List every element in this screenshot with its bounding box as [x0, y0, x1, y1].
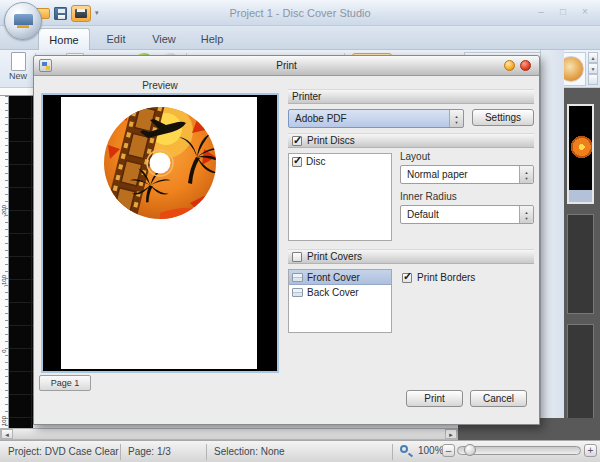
- printer-select[interactable]: Adobe PDF ▲▼: [288, 109, 464, 128]
- disc-list-item[interactable]: ✓ Disc: [289, 154, 391, 169]
- scroll-right-icon[interactable]: ►: [445, 429, 457, 439]
- tab-help[interactable]: Help: [190, 28, 234, 50]
- print-dialog-title: Print: [34, 60, 539, 71]
- ribbon-tab-row: Home Edit View Help: [0, 26, 600, 50]
- vertical-ruler: -200 -100 0 100: [0, 96, 9, 428]
- close-button[interactable]: ×: [576, 5, 594, 19]
- zoom-slider-thumb[interactable]: [464, 444, 476, 456]
- preview-page-tab[interactable]: Page 1: [39, 375, 91, 391]
- preview-label: Preview: [41, 80, 279, 91]
- page-thumbnail-3[interactable]: [567, 324, 594, 424]
- page-thumbnail-active[interactable]: [567, 104, 594, 204]
- cancel-button[interactable]: Cancel: [470, 390, 527, 407]
- print-button[interactable]: Print: [406, 390, 463, 407]
- status-selection: Selection: None: [214, 446, 285, 457]
- dialog-minimize-button[interactable]: [504, 60, 515, 71]
- cover-icon: [292, 288, 303, 297]
- qat-dropdown-icon[interactable]: ▾: [95, 9, 99, 17]
- status-page: Page: 1/3: [128, 446, 171, 457]
- page-thumbnail-2[interactable]: [567, 214, 594, 314]
- print-borders-label: Print Borders: [417, 272, 475, 283]
- layout-select-stepper[interactable]: ▲▼: [519, 166, 533, 183]
- pages-panel: [564, 88, 600, 428]
- maximize-button[interactable]: □: [554, 5, 572, 19]
- gallery-scroll-down-icon[interactable]: ▼: [588, 63, 598, 74]
- print-borders-checkbox[interactable]: ✓: [402, 273, 412, 283]
- print-preview: [41, 93, 279, 373]
- printer-section-header: Printer: [288, 89, 534, 104]
- save-icon[interactable]: [54, 7, 67, 20]
- disc-checkbox[interactable]: ✓: [292, 157, 302, 167]
- new-button[interactable]: New ▾: [2, 51, 34, 87]
- cover-list-item-front[interactable]: Front Cover: [289, 270, 391, 285]
- dialog-close-button[interactable]: [520, 60, 531, 71]
- layout-label: Layout: [400, 151, 430, 162]
- canvas-vertical-scrollbar[interactable]: [540, 50, 564, 428]
- print-icon[interactable]: [71, 5, 91, 22]
- scroll-left-icon[interactable]: ◄: [1, 429, 13, 439]
- print-covers-checkbox[interactable]: [292, 252, 302, 262]
- gallery-scrollbar[interactable]: ▲ ▼: [588, 52, 598, 86]
- settings-button[interactable]: Settings: [472, 109, 534, 126]
- inner-radius-label: Inner Radius: [400, 191, 457, 202]
- tab-edit[interactable]: Edit: [94, 28, 138, 50]
- design-canvas[interactable]: [9, 96, 33, 428]
- app-logo-icon: [14, 14, 33, 29]
- new-document-icon: [11, 52, 26, 71]
- print-covers-section-header: Print Covers: [288, 249, 534, 264]
- print-dialog: Print Preview: [33, 55, 540, 425]
- zoom-level: 100%: [418, 445, 444, 456]
- disc-artwork: [102, 105, 218, 221]
- print-dialog-titlebar[interactable]: Print: [34, 56, 539, 76]
- disc-cover-studio-window: Project 1 - Disc Cover Studio – □ × ▾ Ho…: [0, 0, 600, 462]
- status-project: Project: DVD Case Clear: [8, 446, 119, 457]
- print-discs-checkbox[interactable]: ✓: [292, 136, 302, 146]
- covers-list: Front Cover Back Cover: [288, 269, 392, 333]
- tab-view[interactable]: View: [142, 28, 186, 50]
- print-borders-row[interactable]: ✓ Print Borders: [402, 272, 475, 283]
- inner-radius-select[interactable]: Default ▲▼: [400, 205, 534, 224]
- canvas-horizontal-scrollbar[interactable]: ◄ ►: [0, 428, 458, 440]
- cover-icon: [292, 273, 303, 282]
- horizontal-ruler: [0, 88, 33, 96]
- printer-select-stepper[interactable]: ▲▼: [449, 110, 463, 127]
- zoom-magnifier-icon: [400, 445, 408, 453]
- inner-radius-select-stepper[interactable]: ▲▼: [519, 206, 533, 223]
- page-thumbnail-disc-art: [569, 114, 592, 180]
- discs-list: ✓ Disc: [288, 153, 392, 241]
- print-discs-section-header: ✓ Print Discs: [288, 133, 534, 148]
- zoom-out-button[interactable]: –: [442, 444, 455, 457]
- cover-list-item-back[interactable]: Back Cover: [289, 285, 391, 300]
- minimize-button[interactable]: –: [532, 5, 550, 19]
- application-menu-button[interactable]: [4, 2, 42, 40]
- layout-select[interactable]: Normal paper ▲▼: [400, 165, 534, 184]
- zoom-in-button[interactable]: +: [584, 444, 597, 457]
- gallery-scroll-up-icon[interactable]: ▲: [588, 52, 598, 63]
- tab-home[interactable]: Home: [38, 28, 90, 50]
